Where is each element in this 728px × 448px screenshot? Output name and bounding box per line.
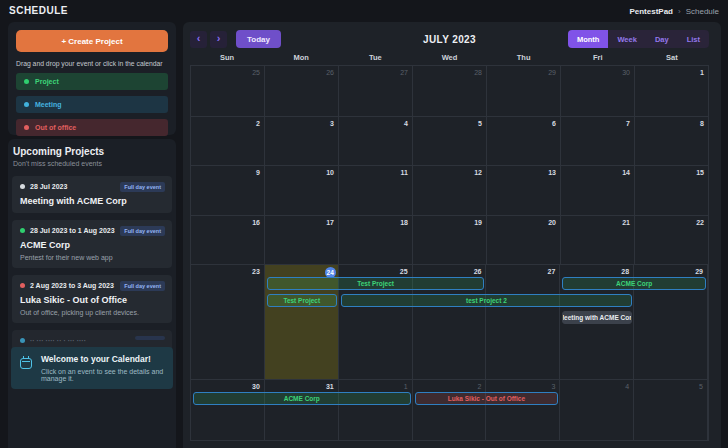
calendar-event[interactable]: Luka Sikic - Out of Office xyxy=(415,392,559,405)
event-title: Meeting with ACME Corp xyxy=(20,196,164,206)
day-cell-11[interactable]: 11 xyxy=(339,166,413,215)
event-description: Out of office, picking up client devices… xyxy=(20,309,164,316)
breadcrumb-app[interactable]: PentestPad xyxy=(629,7,673,16)
day-cell-17[interactable]: 17 xyxy=(265,216,339,264)
day-cell-2[interactable]: 2 xyxy=(413,380,487,440)
draggable-event-chip-project[interactable]: Project xyxy=(16,73,168,90)
day-number: 1 xyxy=(404,383,408,390)
day-header: Mon xyxy=(264,52,338,65)
upcoming-event-card[interactable]: 28 Jul 2023Full day eventMeeting with AC… xyxy=(12,176,172,213)
event-date: 28 Jul 2023 xyxy=(30,183,67,190)
event-title: ACME Corp xyxy=(20,240,164,250)
view-button-week[interactable]: Week xyxy=(608,30,645,48)
welcome-title: Welcome to your Calendar! xyxy=(41,354,164,364)
day-number: 23 xyxy=(252,268,260,275)
day-cell-21[interactable]: 21 xyxy=(561,216,635,264)
calendar-event[interactable]: test Project 2 xyxy=(341,294,632,307)
day-cell-2[interactable]: 2 xyxy=(191,117,265,165)
day-number: 10 xyxy=(326,169,334,176)
view-button-day[interactable]: Day xyxy=(646,30,678,48)
day-cell-1[interactable]: 1 xyxy=(635,66,708,116)
day-cell-26[interactable]: 26 xyxy=(265,66,339,116)
calendar-event[interactable]: Test Project xyxy=(267,277,485,290)
day-number: 19 xyxy=(474,219,482,226)
week-row: 2345678 xyxy=(191,117,708,166)
day-cell-10[interactable]: 10 xyxy=(265,166,339,215)
day-cell-1[interactable]: 1 xyxy=(339,380,413,440)
day-cell-22[interactable]: 22 xyxy=(635,216,708,264)
day-cell-13[interactable]: 13 xyxy=(487,166,561,215)
day-cell-30[interactable]: 30 xyxy=(561,66,635,116)
day-cell-8[interactable]: 8 xyxy=(635,117,708,165)
event-date: 28 Jul 2023 to 1 Aug 2023 xyxy=(30,227,115,234)
upcoming-event-card[interactable]: 28 Jul 2023 to 1 Aug 2023Full day eventA… xyxy=(12,220,172,268)
day-cell-20[interactable]: 20 xyxy=(487,216,561,264)
draggable-event-chip-meeting[interactable]: Meeting xyxy=(16,96,168,113)
view-button-month[interactable]: Month xyxy=(568,30,609,48)
drag-hint-text: Drag and drop your event or click in the… xyxy=(16,60,168,67)
day-number: 27 xyxy=(548,268,556,275)
breadcrumb: PentestPad › Schedule xyxy=(629,7,719,16)
event-description: Pentest for their new web app xyxy=(20,254,164,261)
create-project-button[interactable]: + Create Project xyxy=(16,30,168,52)
day-cell-3[interactable]: 3 xyxy=(486,380,560,440)
day-number: 3 xyxy=(551,383,555,390)
week-row: 23242526272829Test ProjectACME CorpTest … xyxy=(191,265,708,380)
event-color-dot xyxy=(24,79,29,84)
day-number: 30 xyxy=(252,383,260,390)
event-title: Luka Sikic - Out of Office xyxy=(20,295,164,305)
day-cell-16[interactable]: 16 xyxy=(191,216,265,264)
upcoming-projects-panel: Upcoming Projects Don't miss scheduled e… xyxy=(8,139,176,448)
day-cell-31[interactable]: 31 xyxy=(265,380,339,440)
day-cell-15[interactable]: 15 xyxy=(635,166,708,215)
day-cell-29[interactable]: 29 xyxy=(487,66,561,116)
calendar-event[interactable]: ACME Corp xyxy=(562,277,706,290)
day-number: 21 xyxy=(622,219,630,226)
day-cell-14[interactable]: 14 xyxy=(561,166,635,215)
calendar-event[interactable]: Meeting with ACME Corp xyxy=(562,311,632,324)
day-cell-3[interactable]: 3 xyxy=(265,117,339,165)
day-cell-5[interactable]: 5 xyxy=(413,117,487,165)
day-cell-27[interactable]: 27 xyxy=(486,265,560,379)
day-cell-4[interactable]: 4 xyxy=(560,380,634,440)
day-number: 13 xyxy=(548,169,556,176)
full-day-badge: Full day event xyxy=(120,281,165,291)
day-number: 9 xyxy=(256,169,260,176)
chip-label: Out of office xyxy=(35,124,76,131)
day-cell-27[interactable]: 27 xyxy=(339,66,413,116)
day-cell-30[interactable]: 30 xyxy=(191,380,265,440)
today-button[interactable]: Today xyxy=(236,30,281,48)
calendar-event[interactable]: Test Project xyxy=(267,294,337,307)
day-cell-4[interactable]: 4 xyxy=(339,117,413,165)
upcoming-event-card[interactable]: 2 Aug 2023 to 3 Aug 2023Full day eventLu… xyxy=(12,275,172,323)
day-header: Sat xyxy=(635,52,709,65)
day-cell-5[interactable]: 5 xyxy=(634,380,708,440)
calendar-event[interactable]: ACME Corp xyxy=(193,392,411,405)
event-color-dot xyxy=(24,102,29,107)
day-number: 2 xyxy=(478,383,482,390)
day-cell-19[interactable]: 19 xyxy=(413,216,487,264)
breadcrumb-page: Schedule xyxy=(686,7,719,16)
day-cell-7[interactable]: 7 xyxy=(561,117,635,165)
schedule-page: SCHEDULE PentestPad › Schedule + Create … xyxy=(0,0,728,448)
chevron-right-icon: › xyxy=(678,7,681,16)
week-row: 303112345ACME CorpLuka Sikic - Out of Of… xyxy=(191,380,708,441)
day-cell-9[interactable]: 9 xyxy=(191,166,265,215)
day-cell-18[interactable]: 18 xyxy=(339,216,413,264)
day-number: 15 xyxy=(696,169,704,176)
day-cell-25[interactable]: 25 xyxy=(191,66,265,116)
draggable-event-chip-out-of-office[interactable]: Out of office xyxy=(16,119,168,136)
day-number: 1 xyxy=(700,69,704,76)
view-button-list[interactable]: List xyxy=(678,30,709,48)
day-cell-12[interactable]: 12 xyxy=(413,166,487,215)
day-cell-28[interactable]: 28 xyxy=(413,66,487,116)
day-number: 3 xyxy=(330,120,334,127)
next-month-button[interactable]: › xyxy=(210,31,227,48)
day-cell-23[interactable]: 23 xyxy=(191,265,265,379)
day-number: 5 xyxy=(478,120,482,127)
sidebar-actions-panel: + Create Project Drag and drop your even… xyxy=(8,22,176,135)
welcome-text: Click on an event to see the details and… xyxy=(41,368,164,382)
day-number: 30 xyxy=(622,69,630,76)
prev-month-button[interactable]: ‹ xyxy=(190,31,207,48)
day-cell-6[interactable]: 6 xyxy=(487,117,561,165)
